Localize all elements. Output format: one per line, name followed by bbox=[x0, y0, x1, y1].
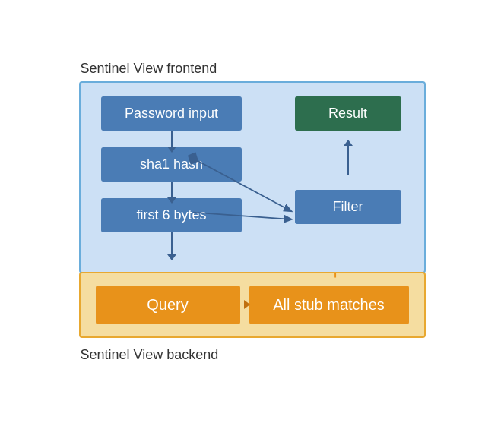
diagram-container: Sentinel View frontend bbox=[79, 56, 426, 368]
left-column: Password input sha1 hash first 6 bytes bbox=[96, 96, 248, 255]
arrow-bytes-to-query bbox=[171, 232, 173, 255]
query-box: Query bbox=[96, 286, 240, 324]
stub-matches-box: All stub matches bbox=[249, 286, 409, 324]
right-column: Result Filter bbox=[287, 96, 409, 255]
arrow-filter-to-result bbox=[347, 145, 349, 175]
frontend-label: Sentinel View frontend bbox=[79, 56, 426, 81]
backend-section: Query All stub matches bbox=[79, 272, 426, 338]
password-input-box: Password input bbox=[101, 96, 242, 131]
arrow-sha1-to-bytes bbox=[171, 182, 173, 198]
filter-box: Filter bbox=[295, 190, 401, 224]
frontend-section: Password input sha1 hash first 6 bytes R… bbox=[79, 81, 426, 273]
backend-label: Sentinel View backend bbox=[79, 343, 426, 368]
arrow-password-to-sha1 bbox=[171, 131, 173, 147]
result-box: Result bbox=[295, 96, 401, 131]
